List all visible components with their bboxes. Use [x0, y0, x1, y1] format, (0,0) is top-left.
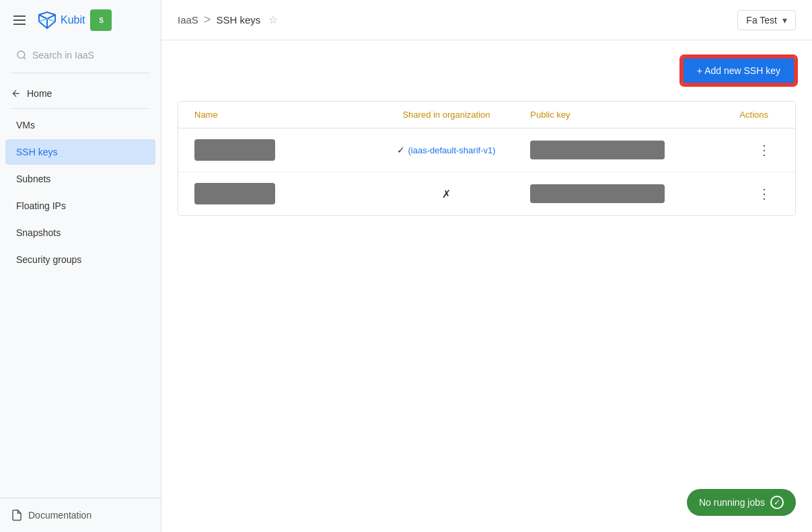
kubit-brand-text: Kubit	[61, 14, 85, 26]
topbar: IaaS > SSH keys ☆ Fa Test ▾	[161, 0, 812, 40]
logo-area: Kubit S	[36, 9, 112, 31]
topbar-right: Fa Test ▾	[737, 10, 796, 30]
second-logo: S	[90, 9, 112, 31]
table-row: ✗ ⋮	[178, 172, 795, 215]
cell-shared-1: ✓ (iaas-default-sharif-v1)	[363, 145, 531, 155]
sidebar-bottom: Documentation	[0, 498, 161, 532]
table-row: ✓ (iaas-default-sharif-v1) ⋮	[178, 128, 795, 172]
main-content: IaaS > SSH keys ☆ Fa Test ▾ + Add new SS…	[161, 0, 812, 532]
workspace-name: Fa Test	[746, 15, 777, 26]
sidebar-nav: Home VMs SSH keys Subnets Floating IPs S…	[0, 76, 161, 498]
favorite-star-icon[interactable]: ☆	[268, 13, 278, 26]
sidebar-item-snapshots[interactable]: Snapshots	[5, 220, 155, 245]
table-header: Name Shared in organization Public key A…	[178, 102, 795, 128]
pubkey-block-1	[530, 141, 665, 159]
sidebar-item-ssh-keys[interactable]: SSH keys	[5, 139, 155, 165]
status-label: No running jobs	[699, 497, 765, 508]
content-toolbar: + Add new SSH key	[178, 56, 796, 85]
share-text-1: (iaas-default-sharif-v1)	[408, 145, 495, 155]
col-header-name: Name	[194, 110, 363, 120]
sidebar-search-area[interactable]: Search in IaaS	[11, 46, 150, 65]
col-header-actions: Actions	[698, 110, 779, 120]
arrow-left-icon	[11, 88, 22, 99]
cell-name-1	[194, 139, 363, 161]
breadcrumb-parent: IaaS	[178, 14, 198, 26]
pubkey-block-2	[530, 184, 665, 203]
page-content: + Add new SSH key Name Shared in organiz…	[161, 40, 812, 532]
search-placeholder: Search in IaaS	[32, 50, 94, 61]
add-ssh-key-button[interactable]: + Add new SSH key	[681, 56, 796, 85]
kubit-logo-icon	[36, 9, 58, 31]
status-check-icon: ✓	[770, 496, 784, 509]
breadcrumb: IaaS > SSH keys ☆	[178, 13, 278, 27]
sidebar-item-subnets[interactable]: Subnets	[5, 166, 155, 192]
nav-divider	[11, 108, 150, 109]
cell-name-2	[194, 183, 363, 204]
chevron-down-icon: ▾	[782, 15, 787, 26]
name-block-2	[194, 183, 275, 204]
search-icon	[16, 50, 27, 61]
ssh-keys-table: Name Shared in organization Public key A…	[178, 101, 796, 216]
sidebar-header: Kubit S	[0, 0, 161, 40]
sidebar-item-vms[interactable]: VMs	[5, 112, 155, 138]
name-block-1	[194, 139, 275, 161]
sidebar-divider-top	[11, 73, 150, 73]
share-value-1: ✓ (iaas-default-sharif-v1)	[363, 145, 531, 155]
cell-pubkey-1	[530, 141, 698, 159]
more-actions-button-1[interactable]: ⋮	[755, 139, 774, 161]
doc-icon	[11, 509, 23, 521]
sidebar: Kubit S Search in IaaS Home VMs SSH keys…	[0, 0, 161, 532]
cell-shared-2: ✗	[363, 188, 531, 200]
col-header-pubkey: Public key	[530, 110, 698, 120]
more-actions-button-2[interactable]: ⋮	[755, 183, 774, 204]
sidebar-item-floating-ips[interactable]: Floating IPs	[5, 193, 155, 219]
cell-actions-2: ⋮	[698, 183, 779, 204]
sidebar-item-home[interactable]: Home	[0, 81, 161, 106]
cell-actions-1: ⋮	[698, 139, 779, 161]
sidebar-item-security-groups[interactable]: Security groups	[5, 247, 155, 272]
kubit-logo: Kubit	[36, 9, 85, 31]
breadcrumb-separator: >	[204, 13, 211, 27]
hamburger-menu[interactable]	[11, 13, 28, 28]
cell-pubkey-2	[530, 184, 698, 203]
workspace-selector[interactable]: Fa Test ▾	[737, 10, 796, 30]
check-icon-1: ✓	[397, 145, 405, 155]
status-bar: No running jobs ✓	[687, 489, 796, 516]
doc-label: Documentation	[28, 510, 91, 521]
breadcrumb-current: SSH keys	[216, 14, 260, 26]
home-label: Home	[27, 88, 52, 99]
documentation-link[interactable]: Documentation	[11, 509, 150, 521]
svg-point-0	[17, 51, 25, 59]
x-icon-2: ✗	[442, 188, 451, 200]
col-header-shared: Shared in organization	[363, 110, 531, 120]
